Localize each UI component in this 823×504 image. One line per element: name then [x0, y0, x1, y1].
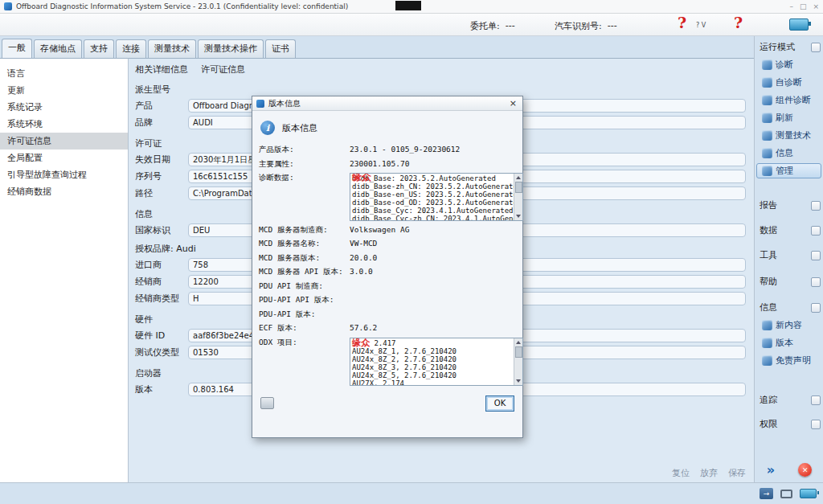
mode-measurement[interactable]: 测量技术 — [756, 128, 821, 143]
self-diagnosis-icon — [762, 77, 772, 88]
help-icon-2[interactable]: ? — [734, 14, 743, 31]
ecf-version-label: ECF 版本: — [259, 323, 350, 334]
dialog-icon — [256, 100, 264, 108]
odx-projects-label: ODX 项目: — [259, 338, 350, 348]
odx-projects-list[interactable]: 缘众 2.417 AU24x_8Z_1, 2.7.6_210420 AU24x_… — [350, 338, 523, 386]
diag-data-list[interactable]: 缘众 didb_Base: 2023.5.2.AutoGenerated did… — [350, 173, 523, 221]
reset-button[interactable]: 复位 — [672, 467, 690, 479]
odx-line: AU24x_8Z_5, 2.7.6_210420 — [352, 371, 512, 379]
dealer-label: 经销商 — [135, 276, 188, 288]
discard-button[interactable]: 放弃 — [700, 467, 718, 479]
scroll-thumb[interactable] — [515, 182, 522, 193]
section-help[interactable]: 帮助 — [755, 274, 823, 289]
mode-component-diagnosis[interactable]: 组件诊断 — [756, 92, 821, 108]
sidebar-item-system-log[interactable]: 系统记录 — [0, 99, 128, 116]
ecf-version-value: 57.6.2 — [350, 323, 516, 334]
section-tools[interactable]: 工具 — [755, 248, 823, 263]
info-section-icon — [811, 303, 821, 313]
sidebar-item-global-config[interactable]: 全局配置 — [0, 150, 128, 166]
panel-icon — [811, 43, 821, 52]
dialog-title: 版本信息 — [268, 98, 301, 109]
section-trace[interactable]: 追踪 — [755, 392, 823, 408]
scroll-down-icon[interactable] — [516, 215, 521, 218]
info-item-versions[interactable]: 版本 — [756, 335, 821, 350]
mode-self-diagnosis[interactable]: 自诊断 — [756, 75, 821, 90]
tab-support[interactable]: 支持 — [84, 39, 114, 58]
tab-certificate[interactable]: 证书 — [265, 39, 296, 58]
ok-button[interactable]: OK — [485, 395, 514, 412]
mcd-api-version-label: MCD 服务器 API 版本: — [259, 267, 350, 277]
operating-modes-panel: 运行模式 诊断 自诊断 组件诊断 刷新 测量技术 信息 管理 报告 数据 工具 — [754, 36, 823, 482]
exit-session-button[interactable]: ✕ — [798, 463, 812, 477]
save-button[interactable]: 保存 — [728, 467, 746, 479]
tab-storage-location[interactable]: 存储地点 — [34, 39, 82, 58]
tester-type-label: 测试仪类型 — [135, 346, 188, 359]
watermark-text: 缘众 — [352, 174, 371, 181]
battery-icon — [800, 489, 817, 498]
brand-label: 品牌 — [135, 117, 188, 129]
scroll-up-icon[interactable] — [516, 176, 521, 179]
scroll-down-icon[interactable] — [516, 379, 521, 383]
section-info[interactable]: 信息 — [755, 300, 823, 315]
order-value: --- — [506, 20, 515, 32]
scroll-thumb[interactable] — [515, 346, 522, 358]
display-icon[interactable] — [780, 490, 792, 498]
scroll-up-icon[interactable] — [516, 341, 521, 344]
info-item-new-content[interactable]: 新内容 — [756, 318, 821, 333]
sidebar-item-system-environment[interactable]: 系统环境 — [0, 116, 128, 133]
status-bar: → — [0, 482, 823, 504]
mode-info[interactable]: 信息 — [756, 145, 821, 161]
pdu-api-version-value — [350, 295, 516, 305]
sidebar-item-language[interactable]: 语言 — [0, 65, 128, 82]
sidebar-item-license-info[interactable]: 许可证信息 — [0, 133, 128, 150]
measurement-icon — [762, 130, 772, 141]
diag-line: didb_Base_Cyc: 2023.4.1.AutoGenerated — [352, 207, 512, 215]
sidebar-item-dealer-data[interactable]: 经销商数据 — [0, 183, 128, 200]
diag-line: didb_Base-zh_CN: 2023.5.2.AutoGenerated — [352, 182, 512, 191]
mcd-api-version-value: 3.0.0 — [350, 267, 516, 277]
order-label: 委托单: — [470, 20, 500, 32]
help-section-icon — [811, 277, 821, 287]
minimize-button[interactable]: – — [789, 2, 793, 10]
maximize-button[interactable]: □ — [800, 2, 807, 10]
run-mode-title: 运行模式 — [760, 41, 795, 53]
odx-line-first: 缘众 2.417 — [352, 339, 512, 347]
main-attribute-label: 主要属性: — [259, 159, 350, 170]
tab-connections[interactable]: 连接 — [116, 39, 146, 58]
watermark-text: 缘众 — [352, 338, 370, 348]
main-tab-bar: 一般 存储地点 支持 连接 测量技术 测量技术操作 证书 — [2, 36, 296, 58]
help-icon[interactable]: ? — [678, 14, 686, 31]
section-data[interactable]: 数据 — [755, 223, 823, 238]
sidebar-item-update[interactable]: 更新 — [0, 82, 128, 99]
sidebar-item-guided-fault-process[interactable]: 引导型故障查询过程 — [0, 166, 128, 183]
section-report[interactable]: 报告 — [755, 198, 823, 213]
odx-line: AU24x_8Z_3, 2.7.6_210420 — [352, 363, 512, 371]
disclaimer-icon — [762, 355, 772, 366]
country-label: 国家标识 — [135, 224, 188, 236]
vin-value: --- — [608, 20, 617, 32]
mode-admin[interactable]: 管理 — [756, 163, 821, 178]
help-version-badge: ? V — [696, 22, 706, 29]
tab-measurement[interactable]: 测量技术 — [148, 39, 196, 58]
vin-label: 汽车识别号: — [555, 20, 602, 32]
group-title-derived-model: 派生型号 — [135, 84, 746, 96]
info-item-disclaimer[interactable]: 免责声明 — [756, 353, 821, 368]
pdu-vendor-label: PDU API 制造商: — [259, 281, 350, 292]
dialog-close-icon[interactable]: × — [508, 98, 518, 109]
mode-flash[interactable]: 刷新 — [756, 110, 821, 125]
subtab-related-details[interactable]: 相关详细信息 — [135, 64, 188, 76]
close-button[interactable]: × — [813, 2, 819, 10]
expand-panel-button[interactable]: » — [767, 462, 775, 477]
exit-application-icon[interactable]: → — [760, 488, 773, 499]
info-icon: i — [260, 121, 275, 135]
flash-icon — [762, 113, 772, 123]
subtab-license-info[interactable]: 许可证信息 — [201, 64, 245, 76]
diag-line: didb_Base: 2023.5.2.AutoGenerated — [352, 174, 512, 182]
copy-to-clipboard-icon[interactable] — [260, 397, 274, 409]
tab-general[interactable]: 一般 — [2, 39, 32, 58]
section-rights[interactable]: 权限 — [755, 416, 823, 432]
scrollbar[interactable] — [514, 338, 522, 385]
mode-diagnosis[interactable]: 诊断 — [756, 57, 821, 72]
tab-measurement-operation[interactable]: 测量技术操作 — [198, 39, 264, 58]
scrollbar[interactable] — [514, 174, 522, 220]
